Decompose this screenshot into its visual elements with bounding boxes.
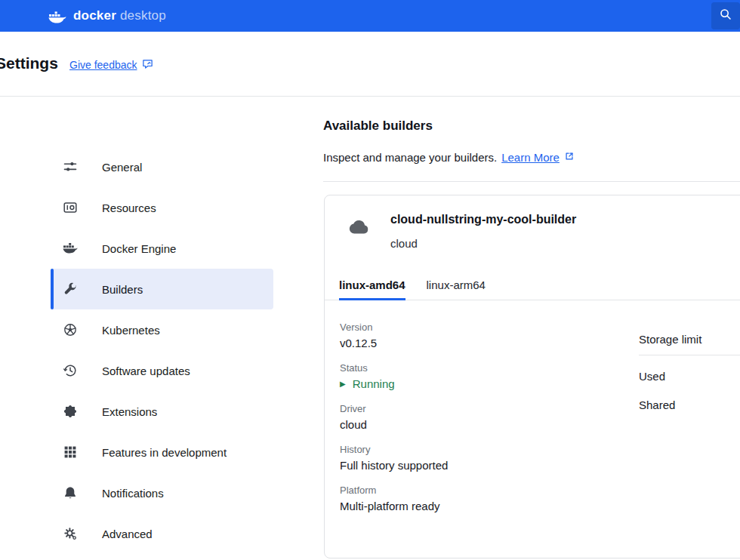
feedback-bubble-icon [142, 58, 153, 72]
builder-name: cloud-nullstring-my-cool-builder [390, 213, 576, 226]
sidebar-item-label: General [102, 161, 142, 174]
platform-tabs: linux-amd64 linux-arm64 [325, 273, 740, 300]
resources-icon [63, 200, 78, 215]
section-description: Inspect and manage your builders. Learn … [323, 151, 575, 164]
detail-value: cloud [340, 417, 448, 433]
sidebar-item-label: Features in development [102, 446, 227, 459]
app-title: dockerdesktop [73, 8, 166, 23]
detail-history: History Full history supported [340, 443, 448, 474]
external-link-icon [564, 151, 575, 164]
expand-triangle-icon: ▶ [340, 380, 346, 388]
docker-desktop-settings-screen: dockerdesktop Settings Give feedback [0, 0, 740, 560]
section-divider [323, 181, 740, 182]
sidebar-item-label: Software updates [102, 365, 190, 377]
detail-label: Platform [340, 484, 448, 497]
bell-icon [63, 485, 78, 500]
builder-details: Version v0.12.5 Status ▶ Running Driver … [340, 321, 448, 525]
detail-value: Multi-platform ready [340, 498, 448, 515]
sidebar-item-general[interactable]: General [51, 146, 273, 187]
sidebar-item-label: Docker Engine [102, 242, 176, 255]
tab-linux-arm64[interactable]: linux-arm64 [427, 273, 486, 300]
settings-sidebar: General Resources [51, 146, 273, 554]
sidebar-item-label: Kubernetes [102, 324, 160, 337]
detail-driver: Driver cloud [340, 402, 448, 433]
app-brand: dockerdesktop [48, 8, 166, 23]
sidebar-item-kubernetes[interactable]: Kubernetes [51, 309, 273, 350]
give-feedback-label: Give feedback [69, 59, 137, 71]
section-heading: Available builders [323, 118, 433, 134]
kubernetes-icon [63, 322, 78, 337]
detail-label: Driver [340, 402, 448, 415]
detail-label: Version [340, 321, 448, 334]
detail-label: History [340, 443, 448, 456]
sidebar-item-docker-engine[interactable]: Docker Engine [51, 228, 273, 269]
sidebar-item-extensions[interactable]: Extensions [51, 391, 273, 432]
storage-row-shared: Shared [639, 398, 740, 413]
app-header: dockerdesktop [0, 0, 740, 32]
storage-limit-heading: Storage limit [639, 333, 740, 355]
storage-panel: Storage limit Used Shared [639, 333, 740, 413]
cloud-builder-icon [345, 218, 371, 239]
description-text: Inspect and manage your builders. [323, 151, 497, 164]
gear-icon [63, 526, 78, 541]
builder-driver-type: cloud [390, 237, 418, 250]
storage-row-used: Used [639, 369, 740, 384]
wrench-icon [63, 282, 78, 297]
grid-icon [63, 445, 78, 460]
sidebar-item-label: Extensions [102, 405, 157, 418]
whale-icon [63, 241, 78, 256]
sidebar-item-label: Advanced [102, 528, 153, 540]
tab-linux-amd64[interactable]: linux-amd64 [339, 273, 405, 300]
sidebar-item-features-in-development[interactable]: Features in development [51, 432, 273, 472]
sidebar-item-advanced[interactable]: Advanced [51, 513, 273, 554]
detail-platform: Platform Multi-platform ready [340, 484, 448, 515]
sidebar-item-software-updates[interactable]: Software updates [51, 350, 273, 391]
app-title-desktop: desktop [120, 8, 166, 23]
detail-status: Status ▶ Running [340, 362, 448, 392]
sidebar-item-builders[interactable]: Builders [51, 269, 273, 309]
sidebar-item-label: Builders [102, 283, 143, 296]
search-icon [719, 8, 732, 24]
detail-version: Version v0.12.5 [340, 321, 448, 352]
search-button[interactable] [711, 2, 740, 29]
detail-label: Status [340, 362, 448, 374]
sidebar-item-notifications[interactable]: Notifications [51, 472, 273, 513]
builder-card: cloud-nullstring-my-cool-builder cloud l… [324, 195, 740, 558]
give-feedback-link[interactable]: Give feedback [69, 58, 153, 72]
detail-value: Full history supported [340, 457, 448, 474]
sidebar-item-label: Resources [102, 202, 156, 214]
docker-whale-logo-icon [48, 9, 66, 23]
detail-value: v0.12.5 [340, 335, 448, 352]
clock-arrow-icon [63, 363, 78, 378]
status-running-toggle[interactable]: ▶ Running [340, 376, 448, 392]
sidebar-item-resources[interactable]: Resources [51, 187, 273, 228]
header-divider [0, 96, 740, 97]
status-value: Running [353, 376, 395, 392]
app-title-docker: docker [73, 8, 116, 23]
page-title: Settings [0, 54, 58, 72]
learn-more-link[interactable]: Learn More [501, 151, 560, 164]
sidebar-item-label: Notifications [102, 487, 164, 500]
sliders-icon [63, 159, 78, 174]
puzzle-icon [63, 404, 78, 419]
